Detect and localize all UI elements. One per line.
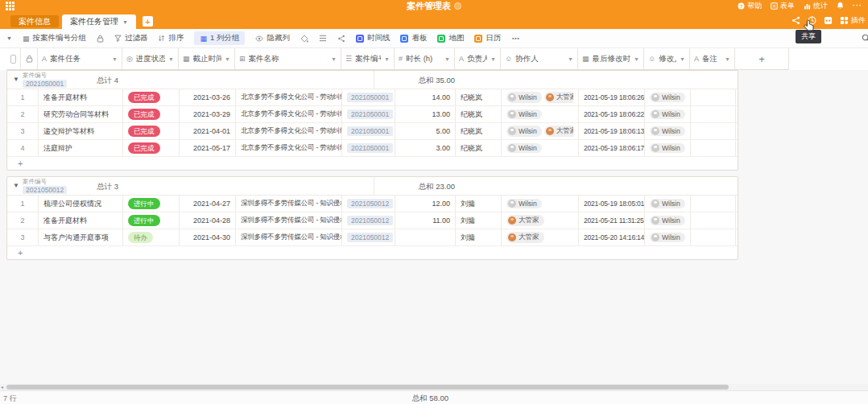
collapse-all-caret[interactable]: ▼ — [6, 35, 12, 41]
cell-case-number[interactable]: 2021050012 — [342, 229, 395, 245]
hide-columns-button[interactable]: 隐藏列 — [255, 33, 290, 43]
cell-note[interactable] — [691, 229, 736, 245]
cell-hours[interactable]: 11.00 — [395, 212, 456, 229]
cell-owner[interactable]: 纪晓岚 — [456, 140, 502, 156]
add-record-button[interactable]: + — [7, 246, 738, 259]
cell-modifier[interactable]: Wilsin — [645, 196, 691, 212]
filter-button[interactable]: 过滤器 — [114, 33, 148, 43]
cell-deadline[interactable]: 2021-05-17 — [180, 140, 236, 156]
group-collapse-caret[interactable]: ▼ — [13, 183, 19, 189]
cell-hours[interactable]: 12.00 — [395, 196, 456, 212]
cell-status[interactable]: 已完成 — [123, 89, 180, 105]
cell-case-name[interactable]: 深圳多得不多劳传媒公司 - 知识侵权 — [236, 229, 342, 245]
cell-row-number[interactable]: 2 — [7, 106, 39, 122]
cell-row-number[interactable]: 3 — [7, 123, 39, 139]
view-button-地图[interactable]: 地图 — [437, 33, 464, 43]
cell-collaborators[interactable]: Wilsin大管家 — [502, 123, 579, 139]
apps-grid-icon[interactable] — [6, 2, 14, 10]
cell-modified-time[interactable]: 2021-05-19 18:06:17 — [579, 140, 645, 156]
scrollbar-thumb[interactable] — [6, 385, 729, 390]
cell-case-name[interactable]: 北京多劳不多得文化公司 - 劳动纠纷 — [236, 140, 342, 156]
group-by-button[interactable]: ▦ 按案件编号分组 — [23, 33, 86, 43]
cell-modified-time[interactable]: 2021-05-21 11:31:25 — [579, 212, 645, 229]
cell-case-number[interactable]: 2021050001 — [342, 89, 395, 105]
tab-dropdown-caret[interactable]: ▼ — [122, 19, 128, 25]
cell-modifier[interactable]: Wilsin — [645, 229, 691, 245]
cell-modified-time[interactable]: 2021-05-19 18:05:01 — [579, 196, 645, 212]
cell-row-number[interactable]: 1 — [7, 196, 39, 212]
column-header-modifier[interactable]: ☺修改人▼ — [644, 48, 690, 69]
table-row[interactable]: 1梳理公司侵权情况进行中2021-04-27深圳多得不多劳传媒公司 - 知识侵权… — [7, 196, 738, 212]
cell-task[interactable]: 准备开庭材料 — [39, 212, 123, 229]
cell-status[interactable]: 待办 — [123, 229, 180, 245]
cell-row-number[interactable]: 4 — [7, 140, 39, 156]
view-button-日历[interactable]: 日历 — [474, 33, 501, 43]
cell-case-name[interactable]: 深圳多得不多劳传媒公司 - 知识侵权 — [236, 212, 342, 229]
column-dropdown-caret[interactable]: ▼ — [168, 56, 174, 62]
table-row[interactable]: 4法庭辩护已完成2021-05-17北京多劳不多得文化公司 - 劳动纠纷2021… — [7, 140, 738, 157]
cell-note[interactable] — [691, 212, 736, 229]
column-dropdown-caret[interactable]: ▼ — [634, 56, 639, 62]
cell-note[interactable] — [691, 196, 736, 212]
cell-case-name[interactable]: 深圳多得不多劳传媒公司 - 知识侵权 — [236, 196, 342, 212]
cell-row-number[interactable]: 1 — [7, 89, 39, 105]
column-header-case_no[interactable]: ☰案件编号▼ — [341, 48, 395, 69]
cell-deadline[interactable]: 2021-04-27 — [180, 196, 236, 212]
cell-hours[interactable]: 13.00 — [395, 106, 456, 122]
cell-note[interactable] — [691, 106, 736, 122]
cell-modifier[interactable]: Wilsin — [645, 89, 691, 105]
add-sheet-button[interactable]: + — [143, 16, 153, 27]
view-button-看板[interactable]: 看板 — [400, 33, 427, 43]
column-dropdown-caret[interactable]: ▼ — [331, 56, 337, 62]
cell-case-name[interactable]: 北京多劳不多得文化公司 - 劳动纠纷 — [236, 89, 342, 105]
cell-task[interactable]: 法庭辩护 — [39, 140, 123, 156]
cell-task[interactable]: 梳理公司侵权情况 — [39, 196, 123, 212]
history-button[interactable] — [808, 16, 816, 25]
select-all-checkbox[interactable] — [10, 55, 16, 64]
cell-task[interactable]: 与客户沟通开庭事项 — [39, 229, 123, 245]
share-button[interactable] — [792, 16, 800, 25]
share-view-button[interactable] — [337, 35, 345, 43]
cell-select-all[interactable] — [6, 48, 21, 69]
cell-owner[interactable]: 刘墉 — [456, 229, 502, 245]
cell-row-number[interactable]: 3 — [7, 229, 39, 245]
cell-modified-time[interactable]: 2021-05-19 18:06:22 — [579, 106, 645, 122]
column-header-hours[interactable]: #时长 (h)▼ — [395, 48, 455, 69]
fill-color-button[interactable] — [300, 35, 308, 43]
cell-deadline[interactable]: 2021-03-29 — [180, 106, 236, 122]
cell-collaborators[interactable]: 大管家 — [502, 229, 579, 245]
cell-deadline[interactable]: 2021-04-01 — [180, 123, 236, 139]
cell-case-number[interactable]: 2021050012 — [342, 212, 395, 229]
cell-deadline[interactable]: 2021-04-30 — [180, 229, 236, 245]
column-group-button[interactable]: ▦ 1 列分组 — [194, 31, 245, 45]
cell-modified-time[interactable]: 2021-05-20 14:16:14 — [579, 229, 645, 245]
column-dropdown-caret[interactable]: ▼ — [225, 56, 230, 62]
search-button[interactable] — [862, 34, 868, 43]
table-row[interactable]: 2研究劳动合同等材料已完成2021-03-29北京多劳不多得文化公司 - 劳动纠… — [7, 106, 738, 123]
table-row[interactable]: 3与客户沟通开庭事项待办2021-04-30深圳多得不多劳传媒公司 - 知识侵权… — [7, 229, 738, 246]
cell-modifier[interactable]: Wilsin — [645, 212, 691, 229]
notifications-button[interactable] — [837, 2, 844, 10]
cell-hours[interactable]: 14.00 — [395, 89, 456, 105]
cell-task[interactable]: 递交辩护等材料 — [39, 123, 123, 139]
cell-deadline[interactable]: 2021-03-26 — [180, 89, 236, 105]
column-header-case_name[interactable]: ⊞案件名称▼ — [235, 48, 341, 69]
toolbar-more-button[interactable]: ⋯ — [511, 34, 519, 43]
table-row[interactable]: 2准备开庭材料进行中2021-04-28深圳多得不多劳传媒公司 - 知识侵权20… — [7, 212, 738, 229]
group-collapse-caret[interactable]: ▼ — [13, 76, 19, 83]
column-dropdown-caret[interactable]: ▼ — [444, 56, 450, 62]
column-header-status[interactable]: ◎进度状态▼ — [122, 48, 179, 69]
cell-task[interactable]: 准备开庭材料 — [39, 89, 123, 105]
cell-modifier[interactable]: Wilsin — [645, 123, 691, 139]
more-menu-button[interactable]: ··· — [853, 2, 862, 10]
cell-hours[interactable] — [395, 229, 456, 245]
cell-deadline[interactable]: 2021-04-28 — [180, 212, 236, 229]
cell-case-number[interactable]: 2021050001 — [342, 106, 395, 122]
table-row[interactable]: 3递交辩护等材料已完成2021-04-01北京多劳不多得文化公司 - 劳动纠纷2… — [7, 123, 738, 140]
column-header-collab[interactable]: ☺协作人▼ — [501, 48, 578, 69]
cell-hours[interactable]: 3.00 — [395, 140, 456, 156]
column-dropdown-caret[interactable]: ▼ — [490, 56, 496, 62]
column-dropdown-caret[interactable]: ▼ — [725, 56, 730, 62]
add-record-button[interactable]: + — [7, 157, 738, 170]
cell-modifier[interactable]: Wilsin — [645, 106, 691, 122]
